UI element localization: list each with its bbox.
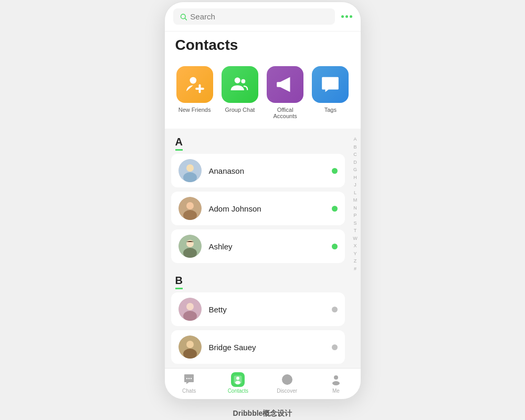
nav-me[interactable]: Me: [311, 373, 360, 394]
chats-nav-icon: [182, 373, 196, 386]
svg-point-2: [190, 77, 196, 84]
contact-name-bridge: Bridge Sauey: [209, 343, 332, 352]
group-icon: [230, 75, 250, 94]
avatar-ananason: [178, 159, 202, 182]
alphabet-index: A B C D G H J L M N P S T W X Y Z #: [351, 129, 361, 368]
svg-point-30: [286, 379, 288, 381]
contact-name-ananason: Ananason: [209, 166, 332, 175]
contact-ashley[interactable]: Ashley: [171, 229, 345, 263]
contact-name-ashley: Ashley: [209, 242, 332, 251]
alpha-m[interactable]: M: [353, 197, 358, 204]
nav-chats[interactable]: Chats: [165, 373, 214, 394]
contact-adom-johnson[interactable]: Adom Johnson: [171, 192, 345, 225]
alpha-b[interactable]: B: [353, 144, 356, 151]
page-title: Contacts: [175, 37, 350, 54]
svg-point-21: [186, 341, 194, 348]
alpha-c[interactable]: C: [353, 151, 357, 159]
bottom-nav: Chats Contacts: [165, 368, 361, 399]
more-options-button[interactable]: [341, 15, 352, 18]
alpha-h[interactable]: H: [353, 174, 357, 182]
svg-point-28: [235, 381, 240, 385]
section-header-b: B: [165, 267, 351, 292]
contact-list-a: Ananason Adom Johnson: [165, 154, 351, 267]
svg-point-36: [332, 381, 340, 385]
status-dot-adom: [332, 206, 338, 212]
contact-bridge-sauey[interactable]: Bridge Sauey: [171, 330, 345, 364]
avatar-betty: [178, 298, 202, 321]
alpha-a[interactable]: A: [353, 136, 356, 143]
alpha-t[interactable]: T: [354, 227, 357, 235]
svg-point-35: [334, 375, 338, 380]
avatar-ashley: [178, 235, 202, 258]
contacts-nav-icon: [231, 373, 245, 386]
me-nav-label: Me: [332, 388, 340, 394]
action-group-chat[interactable]: Group Chat: [220, 66, 259, 119]
alpha-d[interactable]: D: [353, 159, 357, 166]
action-official-accounts[interactable]: Offical Accounts: [266, 66, 304, 119]
action-tags[interactable]: Tags: [311, 66, 350, 119]
alpha-j[interactable]: J: [354, 182, 356, 189]
new-friends-label: New Friends: [178, 107, 211, 113]
page-title-area: Contacts: [165, 32, 361, 61]
person-add-icon: [185, 75, 205, 94]
contacts-scroll: A Ananason: [165, 129, 351, 368]
star-chat-icon: [320, 75, 340, 94]
contact-betty[interactable]: Betty: [171, 292, 345, 326]
official-accounts-label: Offical Accounts: [266, 107, 304, 119]
svg-point-5: [235, 78, 240, 83]
status-dot-ananason: [332, 168, 338, 174]
section-letter-b: B: [175, 275, 183, 289]
alpha-n[interactable]: N: [353, 205, 357, 212]
svg-point-18: [186, 303, 194, 310]
contact-name-betty: Betty: [209, 305, 332, 314]
section-header-a: A: [165, 129, 351, 154]
group-chat-label: Group Chat: [225, 107, 255, 113]
status-dot-bridge: [332, 344, 338, 350]
svg-line-1: [185, 18, 186, 19]
me-nav-icon: [329, 373, 343, 386]
action-new-friends[interactable]: New Friends: [175, 66, 214, 119]
dot2: [345, 15, 348, 18]
tags-label: Tags: [324, 107, 337, 113]
alpha-s[interactable]: S: [353, 220, 356, 227]
search-input[interactable]: [190, 12, 328, 21]
group-chat-icon-bg: [222, 66, 258, 103]
official-accounts-icon-bg: [267, 66, 303, 103]
discover-nav-label: Discover: [277, 388, 297, 394]
avatar-bridge-sauey: [178, 335, 202, 359]
quick-actions: New Friends Group Chat: [165, 61, 361, 129]
nav-contacts[interactable]: Contacts: [214, 373, 262, 394]
contact-name-adom: Adom Johnson: [209, 204, 332, 213]
contacts-area: A Ananason: [165, 129, 361, 368]
alpha-z[interactable]: Z: [354, 258, 357, 265]
alpha-x[interactable]: X: [353, 243, 356, 250]
status-dot-ashley: [332, 244, 338, 249]
alpha-w[interactable]: W: [353, 235, 358, 243]
search-icon: [180, 13, 187, 21]
new-friends-icon-bg: [176, 66, 213, 103]
dot3: [350, 15, 352, 18]
contacts-nav-label: Contacts: [228, 388, 248, 394]
search-input-wrap[interactable]: [173, 8, 335, 25]
svg-point-24: [188, 378, 190, 379]
discover-nav-icon: [280, 373, 294, 386]
tags-icon-bg: [312, 66, 349, 103]
section-letter-a: A: [175, 136, 183, 151]
svg-point-27: [236, 377, 239, 380]
search-bar: [165, 2, 361, 32]
contacts-active-bg: [231, 372, 245, 387]
alpha-g[interactable]: G: [353, 166, 357, 174]
alpha-y[interactable]: Y: [353, 250, 356, 258]
chats-nav-label: Chats: [182, 388, 196, 394]
svg-point-23: [186, 378, 187, 379]
alpha-hash[interactable]: #: [354, 266, 356, 273]
svg-point-9: [186, 164, 194, 172]
contact-ananason[interactable]: Ananason: [171, 154, 345, 187]
nav-discover[interactable]: Discover: [262, 373, 311, 394]
svg-point-25: [191, 378, 192, 379]
phone-frame: Contacts New Friends: [164, 2, 361, 400]
status-dot-betty: [332, 307, 338, 312]
contact-list-b: Betty Bridge Sauey: [165, 292, 351, 368]
alpha-p[interactable]: P: [353, 212, 356, 219]
alpha-l[interactable]: L: [354, 190, 356, 197]
